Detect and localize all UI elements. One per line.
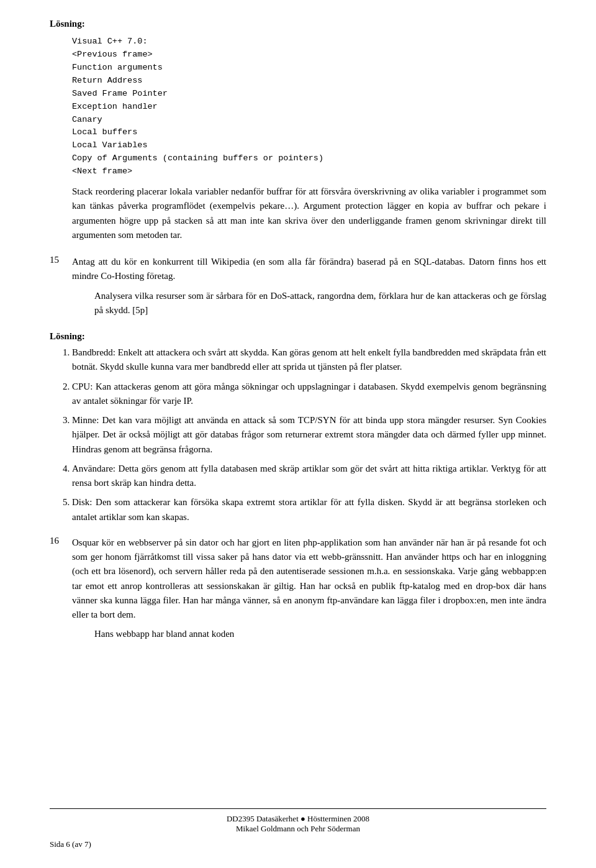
q15-number: 15: [50, 255, 72, 265]
code-line-10: <Next frame>: [72, 165, 546, 178]
code-line-7: Local buffers: [72, 126, 546, 139]
code-line-5: Exception handler: [72, 101, 546, 114]
q16-text: Osquar kör en webbserver på sin dator oc…: [72, 536, 546, 623]
q16-last-line: Hans webbapp har bland annat koden: [94, 627, 546, 641]
answer-item-2: CPU: Kan attackeras genom att göra många…: [72, 380, 546, 409]
q16-content: Osquar kör en webbserver på sin dator oc…: [72, 536, 546, 647]
losning2-label: Lösning:: [50, 331, 546, 342]
section16: 16 Osquar kör en webbserver på sin dator…: [50, 536, 546, 647]
answer-item-1: Bandbredd: Enkelt att attackera och svår…: [72, 345, 546, 375]
footer-line1: DD2395 Datasäkerhet ● Höstterminen 2008: [50, 814, 546, 824]
code-line-9: Copy of Arguments (containing buffers or…: [72, 152, 546, 165]
losning2-section: Lösning: Bandbredd: Enkelt att attackera…: [50, 331, 546, 524]
losning1-label: Lösning:: [50, 19, 546, 29]
answer-list: Bandbredd: Enkelt att attackera och svår…: [72, 345, 546, 524]
code-line-3: Return Address: [72, 75, 546, 88]
q16-number: 16: [50, 536, 72, 546]
footer-line2: Mikael Goldmann och Pehr Söderman: [50, 824, 546, 834]
answer-item-4: Användare: Detta görs genom att fylla da…: [72, 462, 546, 491]
page: Lösning: Visual C++ 7.0: <Previous frame…: [0, 0, 596, 868]
footer: DD2395 Datasäkerhet ● Höstterminen 2008 …: [50, 808, 546, 834]
q15-text: Antag att du kör en konkurrent till Wiki…: [72, 255, 546, 284]
answer-item-3: Minne: Det kan vara möjligt att använda …: [72, 413, 546, 457]
q15-content: Antag att du kör en konkurrent till Wiki…: [72, 255, 546, 322]
code-line-8: Local Variables: [72, 139, 546, 152]
section15: 15 Antag att du kör en konkurrent till W…: [50, 255, 546, 322]
q15-indent: Analysera vilka resurser som är sårbara …: [94, 289, 546, 318]
answer-item-5: Disk: Den som attackerar kan försöka ska…: [72, 495, 546, 524]
code-line-2: Function arguments: [72, 62, 546, 75]
code-line-6: Canary: [72, 114, 546, 127]
code-line-4: Saved Frame Pointer: [72, 88, 546, 101]
code-block: Visual C++ 7.0: <Previous frame> Functio…: [72, 35, 546, 178]
code-line-1: <Previous frame>: [72, 48, 546, 62]
code-line-0: Visual C++ 7.0:: [72, 35, 546, 48]
para1: Stack reordering placerar lokala variabl…: [72, 185, 546, 242]
page-number: Sida 6 (av 7): [50, 839, 91, 849]
